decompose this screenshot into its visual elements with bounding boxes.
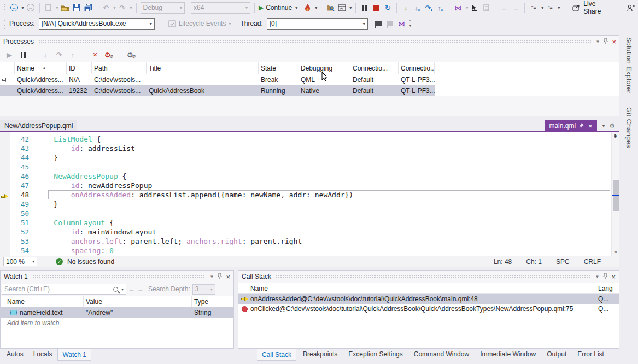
tab-main-qml[interactable]: main.qml ×: [545, 120, 596, 131]
redo-dropdown[interactable]: ▾: [130, 5, 132, 10]
scroll-down-icon[interactable]: ▼: [612, 250, 619, 255]
callstack-frame-row[interactable]: onClicked@C:\dev\vstools\doc\tutorial\Qu…: [238, 304, 619, 314]
search-depth-combo[interactable]: 3▾: [192, 284, 215, 295]
processes-table-header[interactable]: Name▲IDPathTitleStateDebuggingConnectio.…: [0, 62, 619, 74]
code-line-49[interactable]: 49 }: [0, 199, 611, 209]
column-header-id[interactable]: ID: [67, 62, 92, 74]
navigate-back-icon[interactable]: ←: [9, 3, 19, 13]
location-dropdown[interactable]: ''▾: [409, 20, 412, 28]
show-threads-in-source-icon[interactable]: ⋈: [453, 3, 463, 13]
live-share-button[interactable]: Live Share: [571, 0, 611, 15]
break-all-icon[interactable]: [360, 3, 370, 13]
tab-immediate-window[interactable]: Immediate Window: [476, 349, 540, 361]
proc-step-over-icon[interactable]: ↷: [54, 50, 64, 60]
column-header-path[interactable]: Path: [92, 62, 147, 74]
proc-continue-icon[interactable]: ▶: [4, 50, 14, 60]
proc-step-out-icon[interactable]: ↑: [68, 50, 78, 60]
navigate-back-dropdown[interactable]: ▾: [22, 5, 24, 10]
proc-step-into-icon[interactable]: ↓: [40, 50, 50, 60]
lifecycle-events-dropdown[interactable]: ▾: [229, 21, 231, 26]
tab-exception-settings[interactable]: Exception Settings: [344, 349, 407, 361]
editor-vertical-scrollbar[interactable]: ▲ ▼ ⇞: [611, 132, 619, 256]
editor-splitter-handle[interactable]: ⇞: [611, 133, 619, 142]
watch-pin-icon[interactable]: [217, 273, 223, 281]
new-file-dropdown[interactable]: ▾: [56, 5, 58, 10]
code-line-42[interactable]: 42 ListModel {: [0, 134, 611, 144]
threads-dropdown[interactable]: ▾: [466, 5, 468, 10]
step-out-icon[interactable]: ↑: [435, 3, 445, 13]
show-next-statement-icon[interactable]: ↓: [401, 3, 411, 13]
code-line-43[interactable]: 43 id: addressList: [0, 144, 611, 153]
uncomment-icon[interactable]: ''≡: [545, 3, 555, 13]
new-file-icon[interactable]: [44, 3, 54, 13]
proc-settings-icon[interactable]: ⚙⚙: [126, 50, 136, 60]
stop-debugging-icon[interactable]: [371, 3, 381, 13]
run-to-cursor-icon[interactable]: [470, 3, 479, 13]
callstack-frame-row[interactable]: onAddressAdded@C:\dev\vstools\doc\tutori…: [238, 294, 619, 304]
indent-increase-icon[interactable]: ≡: [511, 3, 520, 13]
editor-options-gear-icon[interactable]: ⚙: [609, 122, 615, 130]
solution-configuration-combo[interactable]: Debug▾: [141, 2, 185, 14]
tab-watch-1[interactable]: Watch 1: [57, 349, 91, 361]
watch-table-header[interactable]: NameValueType: [1, 296, 233, 307]
tab-close-icon[interactable]: ×: [588, 122, 593, 130]
uncomment-dropdown[interactable]: ▾: [558, 5, 560, 10]
proc-attach-settings-icon[interactable]: ⚙⚙: [104, 50, 114, 60]
tab-call-stack[interactable]: Call Stack: [257, 349, 296, 361]
watch-close-icon[interactable]: ×: [226, 273, 230, 281]
open-file-icon[interactable]: [60, 3, 70, 13]
status-column[interactable]: Ch: 1: [526, 258, 542, 266]
column-header-state[interactable]: State: [259, 62, 298, 74]
callstack-drag-handle[interactable]: [276, 274, 590, 279]
tab-error-list[interactable]: Error List: [573, 349, 608, 361]
panel-drag-handle[interactable]: [38, 39, 591, 44]
code-line-48[interactable]: 48 onAddressAdded: addressList.append({n…: [0, 190, 611, 199]
callstack-close-icon[interactable]: ×: [611, 273, 616, 281]
code-line-45[interactable]: 45: [0, 162, 611, 172]
step-over-icon[interactable]: ↷: [424, 3, 434, 13]
code-line-53[interactable]: 53 anchors.left: parent.left; anchors.ri…: [0, 237, 611, 246]
restart-icon[interactable]: ↻: [383, 3, 393, 13]
tab-pin-icon[interactable]: [579, 122, 585, 129]
continue-button[interactable]: ▶ Continue ▾: [259, 4, 297, 11]
code-line-47[interactable]: 47 id: newAddressPopup: [0, 181, 611, 190]
watch-drag-handle[interactable]: [32, 274, 206, 279]
tab-locals[interactable]: Locals: [29, 349, 57, 361]
toolbar-grip[interactable]: [2, 2, 5, 13]
status-line[interactable]: Ln: 48: [494, 258, 512, 266]
hot-reload-dropdown[interactable]: ▾: [315, 5, 317, 10]
watch-column-name[interactable]: Name: [1, 296, 84, 307]
feedback-icon[interactable]: [626, 3, 636, 13]
column-header-connectio[interactable]: Connectio...: [350, 62, 399, 74]
tab-command-window[interactable]: Command Window: [409, 349, 473, 361]
tab-list-dropdown[interactable]: ▾: [602, 123, 605, 128]
solution-window-dropdown[interactable]: ▾: [349, 5, 352, 10]
sidebar-tab-git-changes[interactable]: Git Changes: [625, 107, 633, 148]
process-row[interactable]: QuickAddress...N/AC:\dev\vstools...Break…: [0, 74, 619, 85]
code-line-50[interactable]: 50: [0, 209, 611, 218]
watch-window-menu-icon[interactable]: ▼: [209, 274, 214, 279]
process-row[interactable]: QuickAddress...19232C:\dev\vstools...Qui…: [0, 85, 435, 96]
proc-break-icon[interactable]: [18, 50, 28, 60]
proc-detach-icon[interactable]: ×: [90, 50, 100, 60]
navigate-forward-icon[interactable]: →: [26, 3, 36, 13]
watch-column-value[interactable]: Value: [84, 296, 192, 307]
lifecycle-events-label[interactable]: Lifecycle Events: [179, 20, 226, 27]
flag-just-my-code-icon[interactable]: [374, 19, 384, 28]
search-next-icon[interactable]: →: [137, 285, 144, 293]
tab-output[interactable]: Output: [542, 349, 571, 361]
redo-icon[interactable]: ↷: [118, 3, 127, 13]
tab-autos[interactable]: Autos: [2, 349, 28, 361]
tab-newaddresspopup-qml[interactable]: NewAddressPopup.qml: [0, 120, 77, 131]
column-header-connectio[interactable]: Connectio...: [399, 62, 435, 74]
column-header-title[interactable]: Title: [147, 62, 259, 74]
tab-breakpoints[interactable]: Breakpoints: [298, 349, 342, 361]
flag-threads-icon[interactable]: [385, 19, 395, 28]
processes-window-menu-icon[interactable]: ▼: [595, 39, 600, 44]
sidebar-tab-solution-explorer[interactable]: Solution Explorer: [625, 37, 633, 94]
watch-row[interactable]: nameField.text"Andrew"String: [1, 307, 233, 318]
process-combo[interactable]: [N/A] QuickAddressBook.exe▾: [39, 18, 155, 30]
save-all-icon[interactable]: [83, 3, 93, 13]
status-spaces[interactable]: SPC: [556, 258, 570, 266]
undo-icon[interactable]: ↶: [101, 3, 111, 13]
